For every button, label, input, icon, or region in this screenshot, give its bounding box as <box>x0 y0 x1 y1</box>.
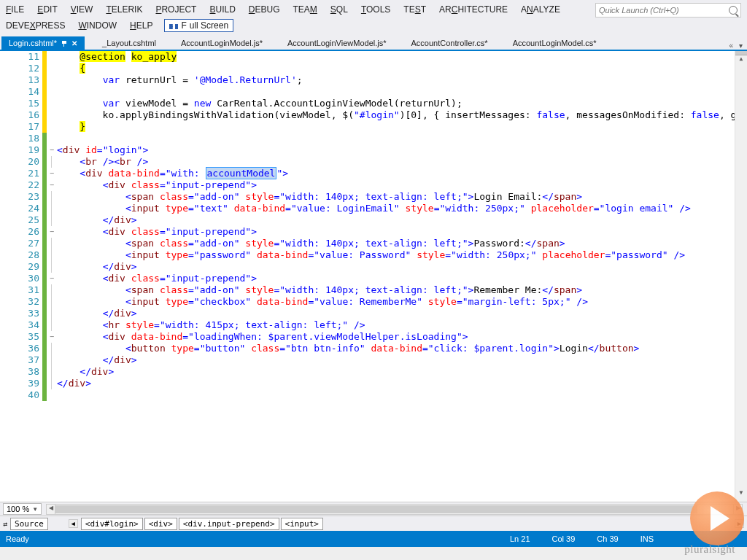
breadcrumb-item-0[interactable]: <div#login> <box>81 518 143 530</box>
zoom-dropdown[interactable]: 100 % ▼ <box>3 503 42 515</box>
tab-0[interactable]: Login.cshtml*✕ <box>1 36 85 50</box>
code-line[interactable]: var viewModel = new CarRental.AccountLog… <box>57 98 735 109</box>
code-line[interactable]: <div data-bind="loadingWhen: $parent.vie… <box>57 331 735 343</box>
menu-edit[interactable]: EDIT <box>36 4 58 15</box>
code-line[interactable]: <button type="button" class="btn btn-inf… <box>57 343 735 354</box>
code-line[interactable] <box>57 86 735 98</box>
source-view-button[interactable]: Source <box>10 518 48 530</box>
breadcrumb-item-3[interactable]: <input> <box>281 518 323 530</box>
breadcrumb-item-1[interactable]: <div> <box>144 518 177 530</box>
code-editor[interactable]: 1112131415161718192021222324252627282930… <box>0 51 747 502</box>
close-icon[interactable]: ✕ <box>71 39 77 47</box>
menu-test[interactable]: TEST <box>402 4 427 15</box>
code-area[interactable]: @section ko_apply { var returnUrl = '@Mo… <box>57 51 735 502</box>
menu-architecture[interactable]: ARCHITECTURE <box>438 4 509 15</box>
scroll-left-icon[interactable]: ◀ <box>47 505 55 514</box>
search-icon[interactable] <box>729 6 738 15</box>
code-line[interactable] <box>57 133 735 144</box>
line-number: 25 <box>0 214 39 226</box>
pin-icon[interactable] <box>61 40 67 46</box>
fold-toggle-icon[interactable]: − <box>47 331 57 343</box>
line-number: 37 <box>0 354 39 366</box>
menu-help[interactable]: HELP <box>128 20 154 31</box>
zoom-bar: 100 % ▼ ◀ ▶ <box>0 502 747 516</box>
menu-build[interactable]: BUILD <box>208 4 236 15</box>
tabbar: Login.cshtml*✕_Layout.cshtmlAccountLogin… <box>0 35 747 51</box>
code-line[interactable]: { <box>57 63 735 74</box>
fullscreen-button[interactable]: Full Screen <box>164 19 233 32</box>
status-ins: INS <box>640 534 654 543</box>
code-line[interactable]: <div class="input-prepend"> <box>57 226 735 238</box>
tab-3[interactable]: AccountLoginViewModel.js* <box>280 36 394 50</box>
line-number: 27 <box>0 238 39 249</box>
fold-toggle-icon[interactable]: − <box>47 179 57 191</box>
breadcrumb-back-icon[interactable]: ◀ <box>69 519 78 528</box>
line-number: 21 <box>0 168 39 179</box>
menu-window[interactable]: WINDOW <box>77 20 118 31</box>
code-line[interactable]: ko.applyBindingsWithValidation(viewModel… <box>57 109 735 121</box>
breadcrumb-item-2[interactable]: <div.input-prepend> <box>179 518 279 530</box>
code-line[interactable]: <span class="add-on" style="width: 140px… <box>57 191 735 203</box>
line-number: 15 <box>0 98 39 109</box>
line-number-gutter: 1112131415161718192021222324252627282930… <box>0 51 42 502</box>
code-line[interactable]: <hr style="width: 415px; text-align: lef… <box>57 319 735 331</box>
code-line[interactable]: <span class="add-on" style="width: 140px… <box>57 238 735 249</box>
fold-toggle-icon[interactable]: − <box>47 144 57 156</box>
scrollbar-thumb[interactable] <box>55 505 697 513</box>
tab-5[interactable]: AccountLoginModel.cs* <box>506 36 604 50</box>
quick-launch[interactable] <box>595 3 741 18</box>
code-line[interactable]: <span class="add-on" style="width: 140px… <box>57 284 735 296</box>
chevron-down-icon[interactable]: ▼ <box>32 506 38 513</box>
code-line[interactable]: <div id="login"> <box>57 144 735 156</box>
status-ready: Ready <box>6 534 29 543</box>
code-line[interactable]: </div> <box>57 378 735 389</box>
fold-toggle-icon[interactable]: − <box>47 168 57 179</box>
line-number: 14 <box>0 86 39 98</box>
quick-launch-input[interactable] <box>599 6 729 15</box>
code-line[interactable]: </div> <box>57 214 735 226</box>
tab-4[interactable]: AccountController.cs* <box>403 36 495 50</box>
code-line[interactable]: <div data-bind="with: accountModel"> <box>57 168 735 179</box>
code-line[interactable]: </div> <box>57 366 735 378</box>
menu-tools[interactable]: TOOLS <box>360 4 392 15</box>
line-number: 35 <box>0 331 39 343</box>
code-line[interactable]: <input type="checkbox" data-bind="value:… <box>57 296 735 308</box>
code-line[interactable]: @section ko_apply <box>57 51 735 63</box>
horizontal-scrollbar[interactable]: ◀ ▶ <box>46 504 743 515</box>
code-line[interactable]: </div> <box>57 261 735 273</box>
code-line[interactable]: } <box>57 121 735 133</box>
line-number: 39 <box>0 378 39 389</box>
design-split-icon[interactable]: ⇄ <box>3 520 7 528</box>
code-line[interactable]: <div class="input-prepend"> <box>57 179 735 191</box>
menu-team[interactable]: TEAM <box>292 4 319 15</box>
menu-project[interactable]: PROJECT <box>154 4 198 15</box>
code-line[interactable]: <div class="input-prepend"> <box>57 273 735 284</box>
code-line[interactable]: </div> <box>57 308 735 319</box>
tab-1[interactable]: _Layout.cshtml <box>95 36 163 50</box>
menu-analyze[interactable]: ANALYZE <box>519 4 562 15</box>
scroll-up-icon[interactable]: ▲ <box>735 55 747 68</box>
menu-telerik[interactable]: TELERIK <box>104 4 144 15</box>
menu-devexpress[interactable]: DEVEXPRESS <box>4 20 66 31</box>
code-line[interactable]: <input type="password" data-bind="value:… <box>57 249 735 261</box>
code-line[interactable]: </div> <box>57 354 735 366</box>
line-number: 12 <box>0 63 39 74</box>
fold-toggle-icon[interactable]: − <box>47 226 57 238</box>
vertical-scrollbar[interactable]: ▲ ▼ <box>735 51 747 502</box>
fold-toggle-icon[interactable]: − <box>47 273 57 284</box>
fold-column[interactable]: −−−−−− <box>47 51 57 502</box>
code-line[interactable]: <br /><br /> <box>57 156 735 168</box>
tab-dropdown-icon[interactable]: ▾ <box>738 42 744 50</box>
tab-overflow-icon[interactable]: « <box>727 42 735 50</box>
menu-sql[interactable]: SQL <box>329 4 349 15</box>
menu-debug[interactable]: DEBUG <box>247 4 282 15</box>
line-number: 13 <box>0 74 39 86</box>
menu-file[interactable]: FILE <box>4 4 26 15</box>
code-line[interactable]: <input type="text" data-bind="value: Log… <box>57 203 735 214</box>
code-line[interactable]: var returnUrl = '@Model.ReturnUrl'; <box>57 74 735 86</box>
menu-view[interactable]: VIEW <box>69 4 95 15</box>
watermark: pluralsight <box>684 543 735 556</box>
code-line[interactable] <box>57 389 735 401</box>
menubar: FILEEDITVIEWTELERIKPROJECTBUILDDEBUGTEAM… <box>0 0 747 35</box>
tab-2[interactable]: AccountLoginModel.js* <box>174 36 270 50</box>
